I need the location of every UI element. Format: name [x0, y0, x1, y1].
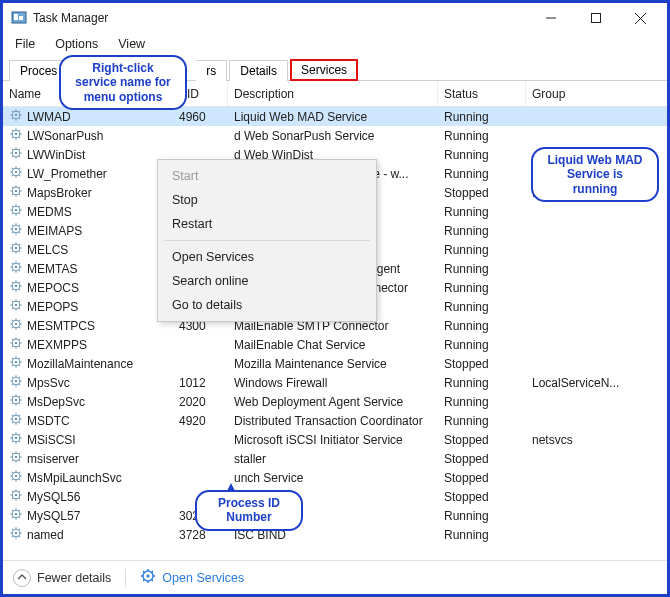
maximize-button[interactable] — [573, 3, 618, 33]
svg-line-245 — [143, 580, 144, 581]
cell-name: MySQL56 — [3, 488, 173, 505]
table-row[interactable]: MSDTC4920Distributed Transaction Coordin… — [3, 411, 667, 430]
minimize-button[interactable] — [528, 3, 573, 33]
task-manager-window: Task Manager File Options View Proces rs… — [3, 3, 667, 594]
menu-file[interactable]: File — [13, 35, 37, 53]
svg-line-15 — [12, 118, 13, 119]
open-services-link[interactable]: Open Services — [140, 568, 244, 587]
cell-description: d Web SonarPush Service — [228, 129, 438, 143]
cell-pid: 4960 — [173, 110, 228, 124]
table-row[interactable]: MSiSCSIMicrosoft iSCSI Initiator Service… — [3, 430, 667, 449]
cell-name: msiserver — [3, 450, 173, 467]
gear-icon — [9, 127, 23, 144]
svg-line-244 — [152, 580, 153, 581]
svg-point-178 — [15, 437, 17, 439]
svg-line-93 — [12, 263, 13, 264]
svg-line-155 — [12, 384, 13, 385]
ctx-separator — [164, 240, 370, 241]
cell-status: Stopped — [438, 471, 526, 485]
svg-line-193 — [12, 453, 13, 454]
table-row[interactable]: named3728ISC BINDRunning — [3, 525, 667, 544]
cell-status: Running — [438, 395, 526, 409]
cell-description: Liquid Web MAD Service — [228, 110, 438, 124]
svg-point-88 — [15, 266, 17, 268]
svg-line-126 — [19, 320, 20, 321]
ctx-start[interactable]: Start — [158, 164, 376, 188]
svg-point-48 — [15, 190, 17, 192]
table-row[interactable]: MySQL573028MySQL57Running — [3, 506, 667, 525]
gear-icon — [9, 374, 23, 391]
svg-line-86 — [19, 244, 20, 245]
svg-line-135 — [12, 346, 13, 347]
table-row[interactable]: MEXMPPSMailEnable Chat ServiceRunning — [3, 335, 667, 354]
svg-line-25 — [12, 137, 13, 138]
gear-icon — [9, 298, 23, 315]
svg-line-146 — [19, 358, 20, 359]
svg-line-115 — [12, 308, 13, 309]
context-menu: Start Stop Restart Open Services Search … — [157, 159, 377, 322]
col-status[interactable]: Status — [438, 81, 526, 106]
cell-name: MEPOPS — [3, 298, 173, 315]
svg-point-148 — [15, 380, 17, 382]
svg-point-218 — [15, 513, 17, 515]
svg-line-83 — [12, 244, 13, 245]
svg-point-108 — [15, 304, 17, 306]
table-row[interactable]: LWSonarPushd Web SonarPush ServiceRunnin… — [3, 126, 667, 145]
svg-line-114 — [19, 308, 20, 309]
window-title: Task Manager — [33, 11, 108, 25]
svg-point-78 — [15, 247, 17, 249]
gear-icon — [9, 526, 23, 543]
svg-point-8 — [15, 114, 17, 116]
svg-line-215 — [12, 498, 13, 499]
table-row[interactable]: MySQL56MySQL56Stopped — [3, 487, 667, 506]
gear-icon — [9, 184, 23, 201]
svg-line-233 — [12, 529, 13, 530]
ctx-open-services[interactable]: Open Services — [158, 245, 376, 269]
svg-line-104 — [19, 289, 20, 290]
fewer-details-button[interactable]: Fewer details — [13, 569, 111, 587]
ctx-go-to-details[interactable]: Go to details — [158, 293, 376, 317]
ctx-search-online[interactable]: Search online — [158, 269, 376, 293]
menu-options[interactable]: Options — [53, 35, 100, 53]
col-description[interactable]: Description — [228, 81, 438, 106]
svg-line-214 — [19, 498, 20, 499]
app-icon — [11, 10, 27, 26]
table-row[interactable]: msiserverstallerStopped — [3, 449, 667, 468]
cell-name: MESMTPCS — [3, 317, 173, 334]
svg-line-116 — [19, 301, 20, 302]
cell-description: unch Service — [228, 471, 438, 485]
cell-status: Running — [438, 224, 526, 238]
gear-icon — [9, 222, 23, 239]
table-row[interactable]: MozillaMaintenanceMozilla Maintenance Se… — [3, 354, 667, 373]
table-row[interactable]: MsMpiLaunchSvcunch ServiceStopped — [3, 468, 667, 487]
cell-name: MSDTC — [3, 412, 173, 429]
table-row[interactable]: MpsSvc1012Windows FirewallRunningLocalSe… — [3, 373, 667, 392]
tab-details[interactable]: Details — [229, 60, 288, 81]
tab-users-partial[interactable]: rs — [196, 60, 227, 81]
svg-line-133 — [12, 339, 13, 340]
ctx-stop[interactable]: Stop — [158, 188, 376, 212]
cell-name: LWSonarPush — [3, 127, 173, 144]
cell-name: named — [3, 526, 173, 543]
gear-icon — [9, 488, 23, 505]
svg-line-54 — [19, 194, 20, 195]
svg-line-194 — [19, 460, 20, 461]
cell-group: netsvcs — [526, 433, 667, 447]
ctx-restart[interactable]: Restart — [158, 212, 376, 236]
svg-line-74 — [19, 232, 20, 233]
svg-line-195 — [12, 460, 13, 461]
table-row[interactable]: MsDepSvc2020Web Deployment Agent Service… — [3, 392, 667, 411]
svg-rect-2 — [19, 16, 23, 20]
cell-name: MEDMS — [3, 203, 173, 220]
svg-line-186 — [19, 434, 20, 435]
cell-name: LW_Promether — [3, 165, 173, 182]
tab-services[interactable]: Services — [290, 59, 358, 81]
cell-status: Running — [438, 281, 526, 295]
menu-view[interactable]: View — [116, 35, 147, 53]
gear-icon — [140, 568, 156, 587]
svg-line-26 — [19, 130, 20, 131]
gear-icon — [9, 146, 23, 163]
close-button[interactable] — [618, 3, 663, 33]
cell-description: Microsoft iSCSI Initiator Service — [228, 433, 438, 447]
col-group[interactable]: Group — [526, 81, 667, 106]
